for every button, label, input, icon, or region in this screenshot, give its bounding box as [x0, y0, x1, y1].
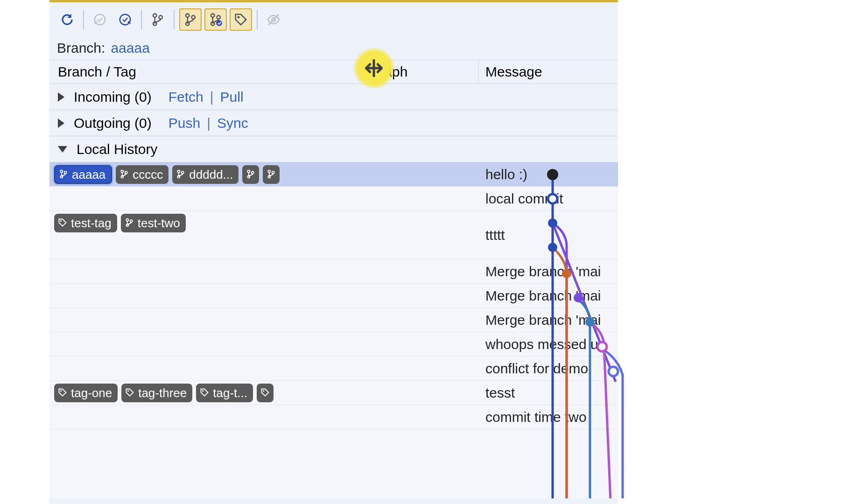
column-header-message[interactable]: Message	[479, 60, 618, 84]
svg-point-47	[263, 390, 264, 392]
redo-checkmark-button[interactable]	[114, 8, 136, 31]
undo-checkmark-button[interactable]	[89, 8, 111, 31]
svg-point-11	[216, 20, 222, 26]
svg-point-34	[248, 170, 250, 172]
commit-row[interactable]: whoops messed up	[49, 332, 618, 357]
svg-point-46	[202, 390, 203, 392]
pull-link[interactable]: Pull	[220, 89, 244, 105]
column-header-graph[interactable]: Graph	[363, 60, 479, 84]
branch-indicator-label: Branch:	[57, 40, 105, 56]
commit-row-chips	[49, 357, 363, 380]
branch-icon	[125, 216, 134, 231]
svg-point-36	[252, 171, 254, 174]
tag-icon	[200, 386, 209, 400]
commit-row-graph-cell	[363, 187, 479, 210]
chevron-right-icon	[58, 119, 64, 128]
commit-row-chips	[49, 187, 363, 210]
outgoing-section[interactable]: Outgoing (0) Push | Sync	[49, 110, 618, 136]
column-header-branch-tag[interactable]: Branch / Tag	[49, 60, 363, 84]
svg-point-4	[159, 15, 163, 19]
toolbar-separator	[83, 10, 84, 29]
svg-point-44	[60, 390, 62, 392]
chevron-right-icon	[58, 92, 64, 102]
commit-message: Merge branch 'mai	[479, 259, 618, 283]
branch-icon	[119, 168, 129, 182]
tag-chip[interactable]	[257, 384, 274, 402]
commit-row-graph-cell	[363, 211, 479, 259]
branch-chip[interactable]: ccccc	[116, 165, 168, 184]
svg-point-25	[60, 170, 63, 172]
tag-chip[interactable]: tag-t...	[196, 384, 253, 402]
commit-row[interactable]: commit time two	[49, 405, 618, 429]
commit-row-chips	[49, 332, 363, 356]
git-history-pane: Branch: aaaaa Branch / Tag Graph Message…	[49, 0, 618, 504]
svg-point-39	[272, 171, 274, 174]
commit-row-graph-cell	[363, 162, 479, 186]
commit-message: Merge branch 'mai	[479, 284, 618, 308]
commit-row[interactable]: test-tagtest-twottttt	[49, 211, 618, 259]
commit-row[interactable]: Merge branch 'mai	[49, 308, 618, 332]
hide-button[interactable]	[262, 8, 285, 31]
branch-chip[interactable]: ddddd...	[172, 165, 239, 184]
svg-point-45	[127, 390, 129, 392]
branch-all-toggle[interactable]	[179, 8, 202, 31]
commit-row[interactable]: local commit	[49, 187, 618, 211]
commit-row-chips	[49, 405, 363, 429]
branch-indicator: Branch: aaaaa	[49, 36, 618, 60]
sync-link[interactable]: Sync	[217, 115, 248, 131]
commit-message: local commit	[479, 187, 618, 210]
tag-chip[interactable]: test-tag	[54, 214, 117, 232]
svg-point-27	[64, 171, 67, 174]
fetch-link[interactable]: Fetch	[168, 89, 203, 105]
commit-row-chips	[49, 259, 363, 283]
commit-message: tesst	[479, 381, 618, 405]
commit-message: whoops messed up	[479, 332, 618, 356]
chevron-down-icon	[58, 146, 67, 153]
commit-row[interactable]: Merge branch 'mai	[49, 259, 618, 284]
commit-row-graph-cell	[363, 259, 479, 283]
svg-point-43	[130, 220, 132, 222]
tag-chip[interactable]: tag-three	[121, 384, 192, 402]
svg-point-5	[186, 14, 189, 17]
svg-point-1	[120, 14, 131, 25]
branch-remote-toggle[interactable]	[204, 8, 227, 31]
branch-icon	[246, 168, 255, 182]
commit-row-graph-cell	[363, 284, 479, 308]
commit-message: commit time two	[479, 405, 618, 429]
commit-message: Merge branch 'mai	[479, 308, 618, 332]
tag-chip[interactable]: tag-one	[54, 384, 118, 402]
tag-toggle[interactable]	[230, 8, 252, 31]
local-history-section[interactable]: Local History	[49, 136, 618, 162]
commit-row[interactable]: conflict for demo	[49, 357, 618, 381]
chip-label: ddddd...	[189, 168, 233, 182]
branch-chip[interactable]	[242, 165, 259, 184]
incoming-label: Incoming (0)	[74, 89, 152, 105]
svg-point-0	[95, 14, 105, 25]
branch-icon	[267, 168, 276, 182]
toolbar-separator	[174, 10, 175, 29]
commit-message: hello :)	[479, 162, 618, 186]
branch-chip[interactable]: test-two	[121, 214, 186, 232]
refresh-button[interactable]	[56, 8, 78, 31]
column-headers: Branch / Tag Graph Message	[49, 60, 618, 84]
commit-row-graph-cell	[363, 332, 479, 356]
commit-row[interactable]: aaaaacccccddddd...hello :)	[49, 162, 618, 187]
local-history-label: Local History	[77, 141, 157, 157]
branch-simple-button[interactable]	[147, 8, 169, 31]
incoming-sep: |	[210, 89, 214, 105]
commit-list: aaaaacccccddddd...hello :)local committe…	[49, 162, 618, 498]
commit-row[interactable]: Merge branch 'mai	[49, 284, 618, 308]
commit-row-graph-cell	[363, 405, 479, 429]
commit-row[interactable]: tag-onetag-threetag-t...tesst	[49, 381, 618, 405]
chip-label: tag-three	[138, 386, 187, 400]
chip-label: test-two	[138, 216, 180, 231]
svg-point-7	[192, 15, 196, 19]
branch-chip[interactable]: aaaaa	[54, 165, 112, 184]
chip-label: tag-t...	[213, 386, 247, 400]
push-link[interactable]: Push	[168, 115, 200, 131]
incoming-section[interactable]: Incoming (0) Fetch | Pull	[49, 84, 618, 110]
branch-chip[interactable]	[263, 165, 280, 184]
chip-label: aaaaa	[72, 168, 105, 182]
tag-icon	[58, 216, 67, 231]
branch-indicator-value[interactable]: aaaaa	[111, 40, 149, 56]
